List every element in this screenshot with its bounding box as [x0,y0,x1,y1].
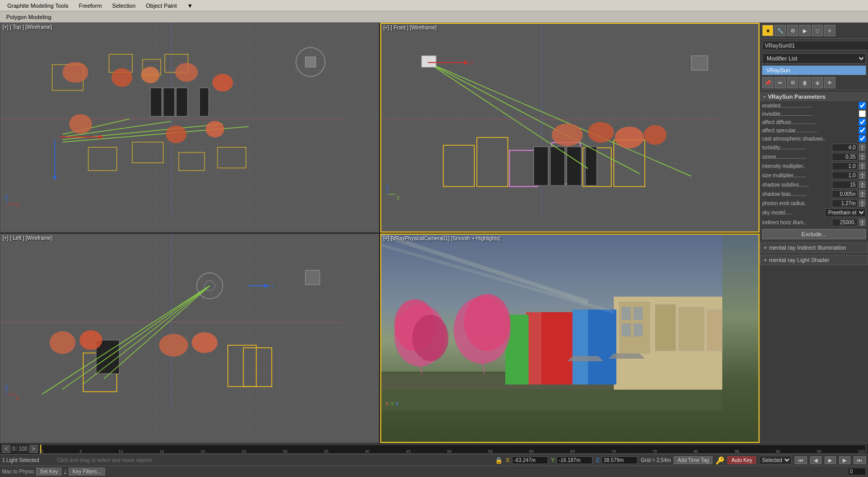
next-btn[interactable]: ▶ [839,456,850,464]
panel-icon-star[interactable]: ★ [762,25,773,36]
param-turbidity-value[interactable] [832,144,858,151]
timeline-prev[interactable]: < [2,445,10,453]
vraysun-params-header[interactable]: − VRaySun Parameters [760,92,868,101]
param-indirect-illum-up[interactable]: ▲ [859,219,865,222]
viewport-camera[interactable]: [+] [VRayPhysicalCamera01] [Smooth + Hig… [380,234,760,443]
param-shadow-subdivs-up[interactable]: ▲ [859,181,865,184]
add-time-tag-btn[interactable]: Add Time Tag [674,456,712,464]
object-name-input[interactable] [762,41,868,50]
param-turbidity-down[interactable]: ▼ [859,147,865,151]
auto-key-btn[interactable]: Auto Key [727,456,756,464]
viewport-top[interactable]: [+] [ Top ] [Wireframe] [0,23,379,233]
param-affect-specular: affect specular............... [760,126,868,134]
coord-z-field: Z: [596,456,638,464]
param-ozone-down[interactable]: ▼ [859,157,865,160]
param-affect-diffuse-checkbox[interactable] [859,118,866,126]
param-indirect-illum-down[interactable]: ▼ [859,222,865,226]
lock-icon[interactable]: 🔒 [495,457,503,464]
timeline-track-container[interactable]: 0 5 10 15 20 25 30 35 40 45 50 55 60 65 … [40,444,866,454]
param-shadow-bias-down[interactable]: ▼ [859,194,865,197]
exclude-button[interactable]: Exclude... [762,229,866,239]
modifier-list-item-vraysun[interactable]: VRaySun [762,66,866,75]
param-sky-model-dropdown[interactable]: Preetham et CIE Clear CIE Overcast [825,208,866,217]
param-enabled-checkbox[interactable] [859,102,866,109]
frame-input[interactable] [848,468,866,475]
prev-btn[interactable]: ◀ [810,456,822,464]
menu-item-freeform[interactable]: Freeform [73,2,107,10]
svg-rect-11 [163,88,175,116]
param-intensity-down[interactable]: ▼ [859,166,865,170]
svg-marker-105 [609,353,645,359]
panel-icon-motion[interactable]: ▶ [799,25,811,36]
svg-rect-8 [179,152,205,171]
param-size-value[interactable] [832,172,858,179]
param-shadow-bias-up[interactable]: ▲ [859,190,865,194]
param-photon-radius-value[interactable] [832,199,858,207]
param-intensity-up[interactable]: ▲ [859,162,865,166]
coord-y-input[interactable] [556,456,593,464]
param-shadow-subdivs-value[interactable] [832,181,858,189]
svg-point-109 [412,315,448,361]
viewport-front[interactable]: [+] [ Front ] [Wireframe] [380,23,760,233]
param-affect-specular-checkbox[interactable] [859,127,866,134]
param-ozone-up[interactable]: ▲ [859,153,865,157]
svg-point-26 [212,74,233,91]
param-shadow-bias-value[interactable] [832,190,858,198]
vray-icon-display[interactable]: 👁 [824,77,835,88]
key-filters-btn[interactable]: Key Filters... [69,468,105,475]
viewport-left-scene: 2 X Z [1,234,379,443]
param-ozone-value[interactable] [832,153,858,161]
coord-x-input[interactable] [512,456,548,464]
svg-point-55 [552,124,583,146]
collapse-icon: − [763,94,766,99]
param-shadow-subdivs-down[interactable]: ▼ [859,184,865,188]
panel-icon-hierarchy[interactable]: ⚙ [787,25,798,36]
key-icon[interactable]: 🔑 [716,456,724,465]
panel-icon-display[interactable]: □ [812,25,823,36]
vray-icon-copy[interactable]: ⧉ [787,77,798,88]
param-sky-model-label: sky model..... [762,210,825,216]
svg-point-57 [615,127,644,148]
svg-point-28 [166,126,187,143]
mental-ray-light-shader-btn[interactable]: + mental ray Light Shader [760,255,868,265]
vray-icon-pin[interactable]: 📌 [762,77,773,88]
svg-point-27 [69,114,92,134]
mental-ray-indirect-btn[interactable]: + mental ray Indirect Illumination [760,242,868,253]
param-photon-radius-down[interactable]: ▼ [859,203,865,207]
svg-text:2: 2 [271,284,274,289]
grid-label: Grid = 2.54m [641,457,671,463]
param-cast-shadows-checkbox[interactable] [859,135,866,142]
selected-dropdown[interactable]: Selected [759,456,792,465]
vray-icon-instance[interactable]: ⊕ [812,77,823,88]
set-key-btn[interactable]: Set Key [36,468,61,475]
play-btn[interactable]: ▶ [825,456,836,464]
panel-icon-modify[interactable]: 🔧 [774,25,786,36]
param-photon-radius-up[interactable]: ▲ [859,199,865,203]
next-end-btn[interactable]: ⏭ [854,456,866,464]
param-invisible-label: invisible...................... [762,111,859,117]
param-shadow-subdivs: shadow subdivs....... ▲ ▼ [760,180,868,189]
svg-rect-98 [622,324,631,336]
param-turbidity-up[interactable]: ▲ [859,144,865,147]
vray-icon-delete[interactable]: 🗑 [799,77,811,88]
param-size-up[interactable]: ▲ [859,172,865,175]
coord-z-input[interactable] [601,456,638,464]
param-indirect-illum-value[interactable] [832,219,858,226]
param-invisible-checkbox[interactable] [859,110,866,117]
panel-icon-utilities[interactable]: ≡ [824,25,835,36]
vray-icon-edit[interactable]: ✏ [774,77,786,88]
param-intensity-value[interactable] [832,162,858,170]
menu-item-selection[interactable]: Selection [107,2,141,10]
svg-rect-63 [691,56,708,70]
param-size-down[interactable]: ▼ [859,175,865,179]
prev-end-btn[interactable]: ⏮ [795,456,807,464]
svg-text:X: X [470,60,473,66]
menu-item-graphite[interactable]: Graphite Modeling Tools [2,2,73,10]
menu-item-objectpaint[interactable]: Object Paint [141,2,182,10]
menu-item-extra[interactable]: ▼ [182,2,198,10]
viewport-camera-label: [+] [VRayPhysicalCamera01] [Smooth + Hig… [383,236,500,241]
timeline-next[interactable]: > [29,445,38,453]
modifier-list-dropdown[interactable]: Modifier List [762,53,866,64]
svg-rect-69 [243,348,272,387]
viewport-left[interactable]: [+] [ Left ] [Wireframe] [0,234,379,443]
